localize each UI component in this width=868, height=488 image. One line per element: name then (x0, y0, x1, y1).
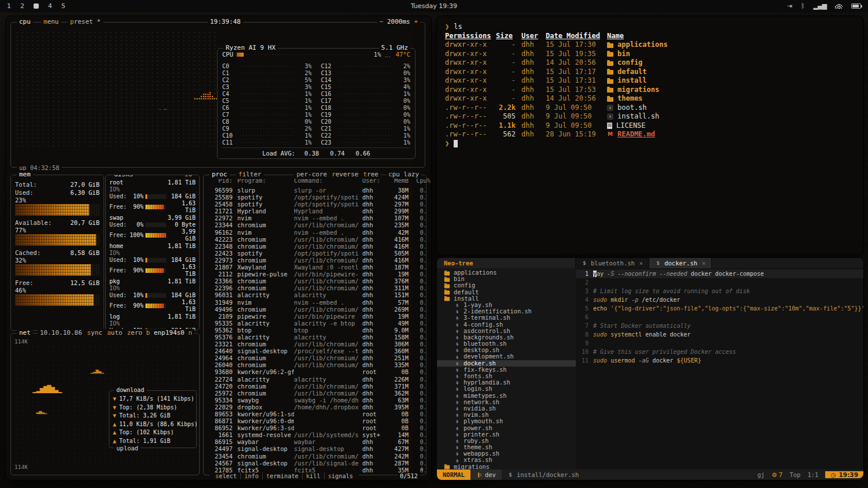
process-row[interactable]: 23321 chromium /usr/lib/chromium/ dhh 30… (204, 341, 425, 347)
process-row[interactable]: 95362 btop btop dhh 9.0M 0.0 (204, 327, 425, 334)
tree-item[interactable]: ruby.sh (437, 438, 576, 444)
process-row[interactable]: 22973 chromium /usr/lib/chromium/ dhh 41… (204, 257, 425, 264)
tree-item[interactable]: bluetooth.sh (437, 341, 576, 347)
tree-item[interactable]: config (437, 282, 576, 289)
process-row[interactable]: 22029 dropbox /home/dhh/.dropbox dhh 395… (204, 404, 425, 411)
process-row[interactable]: 22423 spotify /opt/spotify/spoti dhh 505… (204, 250, 425, 257)
process-row[interactable]: 25458 spotify /opt/spotify/spoti dhh 297… (204, 201, 425, 208)
io-mode-button[interactable]: io (182, 175, 194, 179)
tree-item[interactable]: xtras.sh (437, 457, 576, 463)
process-row[interactable]: 86871 kworker/u96:0-dm root 0B 0.0 (204, 417, 425, 424)
interval-increase-button[interactable]: + (414, 18, 418, 25)
process-row[interactable]: 21785 fcitx5 fcitx5 dhh 35M 0.0 (204, 467, 425, 472)
network-toggle-button[interactable]: zero (127, 329, 142, 337)
iface-prev-button[interactable]: b (146, 329, 150, 337)
network-toggle-button[interactable]: auto (107, 329, 123, 337)
tree-item[interactable]: hyprlandia.sh (437, 379, 576, 386)
buffer-tab[interactable]: docker.sh × (649, 258, 712, 268)
process-row[interactable]: 25972 chromium /usr/lib/chromium/ dhh 36… (204, 390, 425, 397)
workspace-item[interactable]: 1 (7, 2, 11, 10)
process-option-button[interactable]: per-core (296, 171, 327, 179)
wifi-icon[interactable] (835, 3, 843, 9)
process-action-button[interactable]: select (212, 472, 241, 479)
workspace-item[interactable]: 5 (61, 2, 65, 10)
tree-item[interactable]: 3-terminal.sh (437, 315, 576, 321)
process-row[interactable]: 24964 chromium /usr/lib/chromium/ dhh 25… (204, 354, 425, 361)
process-option-button[interactable]: reverse (332, 171, 358, 179)
process-row[interactable]: 86915 waybar waybar dhh 67M 0.0 (204, 438, 425, 445)
tree-item[interactable]: development.sh (437, 353, 576, 360)
process-row[interactable]: 95334 swaybg swaybg -i /home/dh dhh 63M … (204, 397, 425, 404)
process-row[interactable]: 24720 chromium /usr/lib/chromium/ dhh 37… (204, 383, 425, 390)
close-buffer-icon[interactable]: × (702, 260, 705, 267)
process-action-button[interactable]: info (241, 472, 263, 479)
bluetooth-icon[interactable]: ᛒ (801, 2, 805, 10)
editor-buffer[interactable]: 1 yay -S --noconfirm --needed docker doc… (576, 268, 863, 469)
process-row[interactable]: 23454 chromium /usr/lib/chromium/ dhh 24… (204, 453, 425, 460)
workspace-item[interactable]: 2 (20, 2, 24, 10)
tree-item[interactable]: power.sh (437, 425, 576, 431)
tree-item[interactable]: docker.sh (437, 360, 576, 367)
process-row[interactable]: 42223 chromium /usr/lib/chromium/ dhh 41… (204, 236, 425, 243)
buffer-tab[interactable]: bluetooth.sh × (576, 258, 649, 268)
workspace-item[interactable]: 4 (48, 2, 52, 10)
tree-item[interactable]: install (437, 295, 576, 302)
terminal-prompt-line[interactable]: ❯ (445, 139, 855, 149)
process-row[interactable]: 2112 pipewire-pulse /usr/bin/pipewire- d… (204, 271, 425, 278)
process-row[interactable]: 24497 signal-desktop signal-desktop dhh … (204, 445, 425, 452)
process-row[interactable]: 22396 chromium /usr/lib/chromium/ dhh 31… (204, 284, 425, 291)
tree-item[interactable]: 4-config.sh (437, 321, 576, 328)
process-row[interactable]: 96162 nvim nvim --embed . dhh 42M 0.0 (204, 229, 425, 236)
process-action-button[interactable]: signals (325, 472, 356, 479)
process-row[interactable]: 23366 chromium /usr/lib/chromium/ dhh 37… (204, 278, 425, 284)
network-toggle-button[interactable]: sync (87, 329, 102, 337)
process-action-button[interactable]: kill (303, 472, 325, 479)
process-option-button[interactable]: tree (363, 171, 379, 179)
tree-item[interactable]: login.sh (437, 386, 576, 392)
process-row[interactable]: 22724 alacritty alacritty dhh 226M 0.0 (204, 376, 425, 383)
workspace-item[interactable] (34, 3, 39, 9)
tree-item[interactable]: mimetypes.sh (437, 393, 576, 399)
process-row[interactable]: 1661 systemd-resolve /usr/lib/systemd/s … (204, 431, 425, 438)
close-buffer-icon[interactable]: × (639, 260, 643, 267)
process-row[interactable]: 25589 spotify /opt/spotify/spoti dhh 424… (204, 194, 425, 201)
process-row[interactable]: 93680 kworker/u96:2-gf root 0B 0.0 (204, 368, 425, 375)
process-row[interactable]: 22348 chromium /usr/lib/chromium/ dhh 41… (204, 243, 425, 250)
process-action-button[interactable]: terminate (263, 472, 303, 479)
process-row[interactable]: 86952 kworker/u96:3-sd root 0B 0.0 (204, 424, 425, 431)
preset-button[interactable]: preset * (68, 18, 103, 26)
tree-item[interactable]: nvim.sh (437, 412, 576, 418)
process-row[interactable]: 22972 nvim nvim --embed . dhh 107M 0.0 (204, 215, 425, 221)
tree-item[interactable]: backgrounds.sh (437, 334, 576, 341)
scroll-down-indicator[interactable]: ↓ (420, 465, 424, 472)
filter-button[interactable]: filter (236, 171, 264, 179)
logout-icon[interactable]: ⇥ (787, 2, 792, 10)
tree-item[interactable]: network.sh (437, 399, 576, 405)
process-row[interactable]: 2109 pipewire /usr/bin/pipewire dhh 19M … (204, 313, 425, 320)
process-row[interactable]: 49496 chromium /usr/lib/chromium/ dhh 26… (204, 306, 425, 313)
process-row[interactable]: 23344 chromium /usr/lib/chromium/ dhh 23… (204, 221, 425, 228)
tree-item[interactable]: webapps.sh (437, 450, 576, 457)
neotree-panel-tab[interactable]: Neo-tree (437, 258, 576, 268)
process-row[interactable]: 95376 alacritty alacritty dhh 158M 0.0 (204, 334, 425, 341)
tree-item[interactable]: printer.sh (437, 431, 576, 438)
process-row[interactable]: 96599 slurp slurp -or dhh 38M 0.0 (204, 187, 425, 194)
tree-item[interactable]: fix-fkeys.sh (437, 367, 576, 373)
process-row[interactable]: 95335 alacritty alacritty -e btop dhh 49… (204, 320, 425, 327)
process-row[interactable]: 24640 signal-desktop /proc/self/exe --t … (204, 347, 425, 354)
tree-item[interactable]: theme.sh (437, 444, 576, 450)
menu-button[interactable]: menu (41, 18, 61, 26)
process-row[interactable]: 96031 alacritty alacritty dhh 151M 0.0 (204, 291, 425, 298)
interval-decrease-button[interactable]: − (380, 18, 384, 25)
tree-item[interactable]: nvidia.sh (437, 405, 576, 412)
tree-item[interactable]: plymouth.sh (437, 418, 576, 424)
sort-mode-button[interactable]: cpu lazy (386, 171, 421, 179)
iface-next-button[interactable]: n (188, 329, 192, 337)
process-row[interactable]: 26040 chromium /usr/lib/chromium/ dhh 33… (204, 361, 425, 368)
process-row[interactable]: 21807 Xwayland Xwayland :0 -rootl dhh 18… (204, 264, 425, 271)
process-row[interactable]: 89653 kworker/u96:1-sd root 0B 0.0 (204, 411, 425, 417)
process-row[interactable]: 24567 signal-desktop /usr/lib/signal-de … (204, 460, 425, 467)
tree-item[interactable]: migrations (437, 464, 576, 469)
process-row[interactable]: 21721 Hyprland Hyprland dhh 299M 0.1 (204, 208, 425, 215)
process-row[interactable]: 31949 nvim nvim --embed . dhh 57M 0.0 (204, 299, 425, 306)
